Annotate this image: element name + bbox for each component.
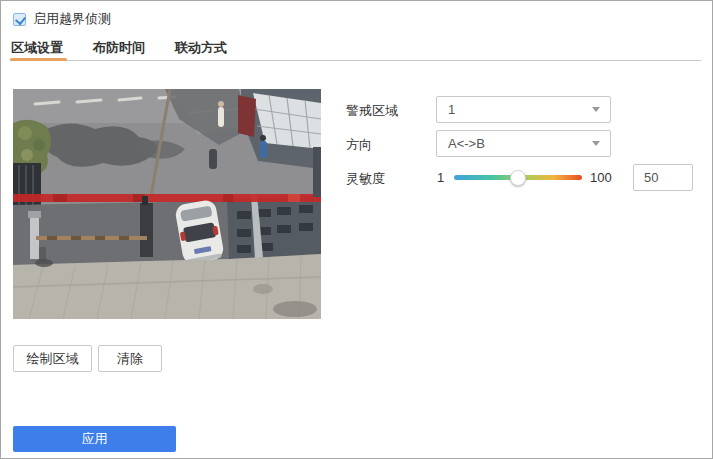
sensitivity-slider[interactable]	[454, 175, 582, 180]
enable-detection-checkbox[interactable]	[13, 13, 26, 26]
tab-area-settings[interactable]: 区域设置	[11, 39, 63, 66]
alert-region-value: 1	[448, 102, 455, 117]
sensitivity-min-label: 1	[437, 170, 444, 185]
tab-linkage-method[interactable]: 联动方式	[175, 39, 227, 66]
sensitivity-max-label: 100	[590, 170, 612, 185]
sensitivity-input[interactable]	[633, 164, 693, 191]
tab-divider-line	[10, 60, 701, 61]
sensitivity-label: 灵敏度	[346, 170, 385, 188]
apply-button[interactable]: 应用	[13, 426, 176, 452]
tab-arming-schedule[interactable]: 布防时间	[93, 39, 145, 66]
settings-tabs: 区域设置 布防时间 联动方式	[11, 39, 227, 66]
detection-line	[13, 194, 321, 202]
alert-region-dropdown[interactable]: 1	[436, 96, 611, 123]
active-tab-underline	[10, 58, 67, 61]
surveillance-scene	[13, 89, 321, 319]
direction-label: 方向	[346, 136, 372, 154]
draw-area-button[interactable]: 绘制区域	[13, 345, 92, 372]
line-crossing-settings-page: 启用越界侦测 区域设置 布防时间 联动方式	[0, 0, 713, 459]
direction-dropdown[interactable]: A<->B	[436, 130, 611, 157]
clear-button[interactable]: 清除	[98, 345, 162, 372]
chevron-down-icon	[592, 141, 600, 146]
camera-preview[interactable]	[13, 89, 321, 319]
enable-detection-row: 启用越界侦测	[13, 10, 111, 28]
chevron-down-icon	[592, 107, 600, 112]
alert-region-label: 警戒区域	[346, 102, 398, 120]
sensitivity-slider-thumb[interactable]	[510, 170, 526, 186]
enable-detection-label: 启用越界侦测	[33, 10, 111, 28]
direction-value: A<->B	[448, 136, 485, 151]
